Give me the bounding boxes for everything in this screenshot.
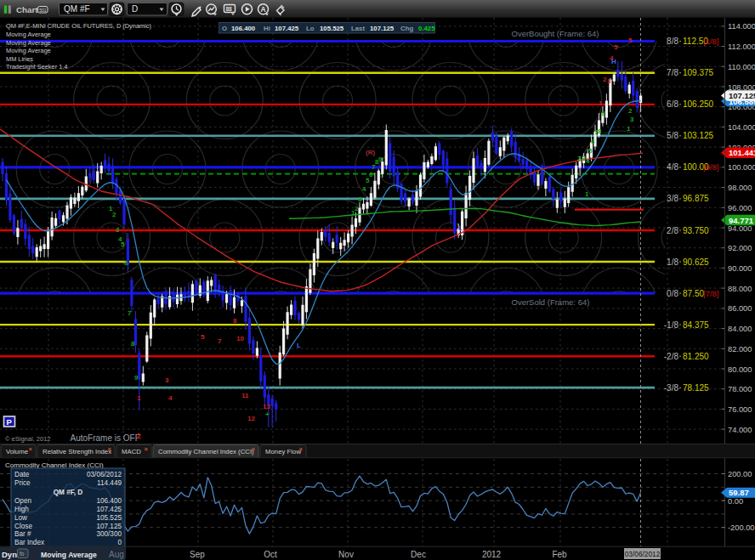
- svg-text:80.000: 80.000: [728, 365, 752, 374]
- svg-text:L: L: [458, 224, 463, 232]
- svg-text:7: 7: [218, 337, 222, 345]
- svg-text:2012: 2012: [482, 550, 502, 559]
- svg-text:0: 0: [117, 539, 122, 546]
- svg-text:78.000: 78.000: [728, 385, 752, 393]
- svg-text:88: 88: [226, 6, 233, 12]
- svg-text:Commodity Channel Index (CCI): Commodity Channel Index (CCI): [158, 448, 254, 455]
- svg-text:88.000: 88.000: [728, 285, 752, 293]
- svg-text:Date: Date: [14, 471, 30, 478]
- svg-text:0.00: 0.00: [728, 497, 743, 506]
- svg-text:96.875: 96.875: [683, 194, 709, 203]
- svg-text:3: 3: [165, 376, 169, 384]
- svg-text:108.000: 108.000: [728, 83, 755, 92]
- svg-text:96.000: 96.000: [728, 204, 752, 212]
- svg-text:0.425: 0.425: [418, 25, 435, 32]
- svg-text:100.000: 100.000: [728, 163, 755, 172]
- svg-text:Relative Strength Index: Relative Strength Index: [43, 448, 111, 455]
- svg-text:Oct: Oct: [264, 550, 277, 559]
- svg-text:L: L: [297, 342, 301, 349]
- svg-text:-1/8: -1/8: [664, 320, 679, 330]
- svg-text:1: 1: [627, 125, 631, 133]
- svg-text:87.50: 87.50: [683, 289, 704, 298]
- svg-text:Hi: Hi: [264, 25, 270, 32]
- svg-text:12: 12: [247, 415, 255, 422]
- svg-text:81.250: 81.250: [683, 352, 709, 361]
- svg-text:1: 1: [585, 190, 589, 198]
- svg-text:Close: Close: [14, 523, 32, 530]
- svg-text:109.375: 109.375: [683, 68, 714, 77]
- svg-text:2: 2: [137, 431, 141, 440]
- svg-text:Moving Average: Moving Average: [6, 47, 51, 54]
- svg-text:Feb: Feb: [552, 550, 567, 559]
- svg-text:5: 5: [121, 240, 125, 248]
- svg-text:×: ×: [299, 445, 304, 453]
- svg-text:Price: Price: [14, 479, 31, 487]
- svg-text:8/8: 8/8: [667, 37, 678, 46]
- svg-text:8: 8: [131, 340, 135, 348]
- svg-text:4: 4: [586, 157, 590, 165]
- svg-text:03/06/2012: 03/06/2012: [625, 550, 661, 558]
- svg-text:Moving Average: Moving Average: [41, 551, 97, 559]
- svg-text:MACD: MACD: [122, 448, 141, 455]
- svg-text:QM #F: QM #F: [64, 4, 90, 14]
- svg-text:Money Flow: Money Flow: [265, 448, 301, 455]
- svg-text:5: 5: [614, 43, 618, 51]
- svg-text:6: 6: [591, 138, 595, 145]
- svg-text:[7/8]: [7/8]: [703, 289, 719, 298]
- svg-text:105.525: 105.525: [96, 514, 122, 522]
- svg-text:Sep: Sep: [190, 550, 205, 559]
- svg-text:200.00: 200.00: [728, 470, 752, 478]
- svg-text:84.000: 84.000: [728, 325, 752, 333]
- svg-text:11: 11: [241, 392, 249, 399]
- svg-text:H: H: [611, 58, 616, 65]
- svg-text:110.000: 110.000: [728, 63, 755, 71]
- svg-text:6: 6: [124, 259, 128, 267]
- svg-text:Tradesight Seeker 1.4: Tradesight Seeker 1.4: [6, 63, 67, 71]
- svg-text:High: High: [14, 506, 29, 513]
- svg-text:QM #F, D: QM #F, D: [54, 489, 83, 496]
- svg-text:76.000: 76.000: [728, 405, 752, 414]
- svg-text:O: O: [222, 25, 227, 32]
- svg-text:82.000: 82.000: [728, 345, 752, 354]
- svg-text:2: 2: [112, 211, 116, 218]
- svg-text:94.771: 94.771: [729, 216, 754, 225]
- svg-text:3: 3: [358, 195, 362, 203]
- svg-text:1/8: 1/8: [667, 257, 678, 267]
- svg-text:90.000: 90.000: [728, 264, 752, 273]
- svg-text:106.400: 106.400: [96, 497, 122, 505]
- svg-text:Chart: Chart: [16, 5, 38, 14]
- svg-text:(R): (R): [366, 149, 375, 156]
- svg-text:104.000: 104.000: [728, 123, 755, 132]
- svg-text:×: ×: [29, 445, 33, 453]
- svg-text:×: ×: [145, 445, 149, 453]
- svg-text:1: 1: [599, 99, 603, 107]
- svg-text:74.000: 74.000: [728, 426, 752, 434]
- svg-text:MM Lines: MM Lines: [6, 55, 33, 63]
- svg-text:OverBought (Frame: 64): OverBought (Frame: 64): [512, 29, 599, 38]
- svg-text:1: 1: [137, 394, 141, 402]
- svg-text:107.425: 107.425: [96, 506, 122, 513]
- svg-text:3: 3: [607, 77, 611, 85]
- svg-text:92.000: 92.000: [728, 244, 752, 252]
- svg-text:2: 2: [628, 107, 633, 115]
- svg-text:Lo: Lo: [306, 25, 315, 32]
- svg-text:107.125: 107.125: [96, 523, 122, 530]
- svg-text:+: +: [265, 410, 270, 418]
- svg-text:5: 5: [588, 147, 593, 155]
- svg-text:101.441: 101.441: [729, 148, 755, 157]
- svg-text:P: P: [7, 417, 13, 427]
- svg-text:fo: fo: [20, 551, 25, 557]
- svg-text:4: 4: [362, 185, 366, 193]
- svg-text:Dyn: Dyn: [2, 550, 17, 559]
- svg-text:90.625: 90.625: [683, 257, 709, 267]
- svg-text:9: 9: [134, 374, 139, 382]
- svg-text:Nov: Nov: [338, 550, 354, 559]
- svg-text:3: 3: [630, 116, 634, 123]
- svg-text:86.000: 86.000: [728, 304, 752, 313]
- svg-text:A: A: [261, 5, 266, 14]
- svg-text:103.125: 103.125: [683, 131, 714, 140]
- svg-text:13: 13: [263, 403, 270, 410]
- svg-text:×: ×: [252, 445, 256, 453]
- svg-text:9: 9: [378, 156, 383, 163]
- svg-text:QM #F,E-MINI CRUDE OIL FUTURES: QM #F,E-MINI CRUDE OIL FUTURES, D (Dynam…: [6, 22, 151, 30]
